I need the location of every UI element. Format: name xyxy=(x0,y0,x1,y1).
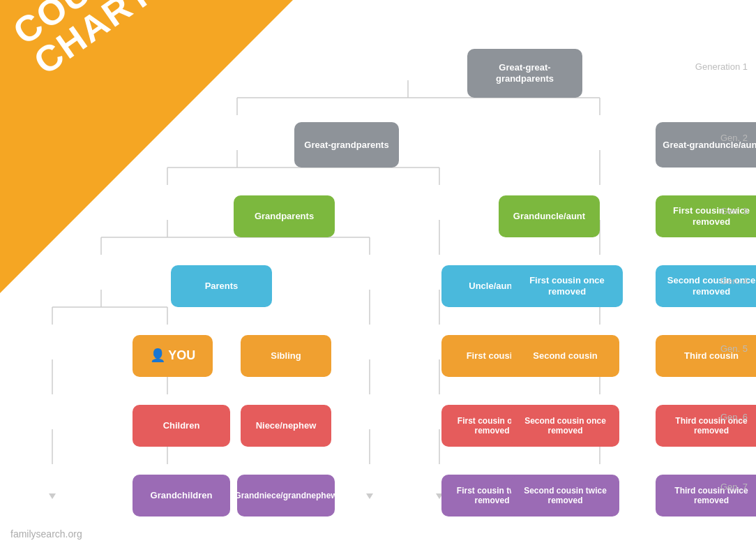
svg-marker-33 xyxy=(49,493,56,499)
great-great-grandparents-node: Great-great-grandparents xyxy=(467,49,582,98)
great-granduncle-node: Great-granduncle/aunt xyxy=(656,122,756,168)
third-cousin-once-removed-gen6-node: Third cousin once removed xyxy=(656,405,756,447)
chart-wrapper: Great-great-grandparents Great-grandpare… xyxy=(126,21,732,550)
gen2-label: Gen. 2 xyxy=(720,133,748,143)
gen7-label: Gen. 7 xyxy=(720,482,748,492)
second-cousin-once-removed-gen6-node: Second cousin once removed xyxy=(511,405,619,447)
third-cousin-twice-removed-gen7-node: Third cousin twice removed xyxy=(656,475,756,516)
first-cousin-once-removed-gen4-node: First cousin once removed xyxy=(511,265,623,307)
niece-nephew-node: Niece/nephew xyxy=(241,405,331,447)
grandniece-grandnephew-node: Grandniece/grandnephew xyxy=(237,475,335,516)
second-cousin-node: Second cousin xyxy=(511,335,619,377)
children-node: Children xyxy=(133,405,230,447)
granduncle-node: Granduncle/aunt xyxy=(499,195,600,237)
gen5-label: Gen. 5 xyxy=(720,343,748,354)
parents-node: Parents xyxy=(171,265,272,307)
grandchildren-node: Grandchildren xyxy=(133,475,230,516)
grandparents-node: Grandparents xyxy=(234,195,335,237)
third-cousin-node: Third cousin xyxy=(656,335,756,377)
you-node: 👤 YOU xyxy=(133,335,213,377)
great-grandparents-node: Great-grandparents xyxy=(294,122,399,168)
sibling-node: Sibling xyxy=(241,335,331,377)
second-cousin-once-removed-gen4-node: Second cousin once removed xyxy=(656,265,756,307)
first-cousin-twice-removed-gen3-node: First cousin twice removed xyxy=(656,195,756,237)
gen6-label: Gen. 6 xyxy=(720,412,748,422)
gen1-label: Generation 1 xyxy=(695,61,748,72)
footer-text: familysearch.org xyxy=(10,528,82,540)
gen3-label: Gen. 3 xyxy=(720,206,748,216)
gen4-label: Gen. 4 xyxy=(720,276,748,286)
second-cousin-twice-removed-gen7-node: Second cousin twice removed xyxy=(511,475,619,516)
